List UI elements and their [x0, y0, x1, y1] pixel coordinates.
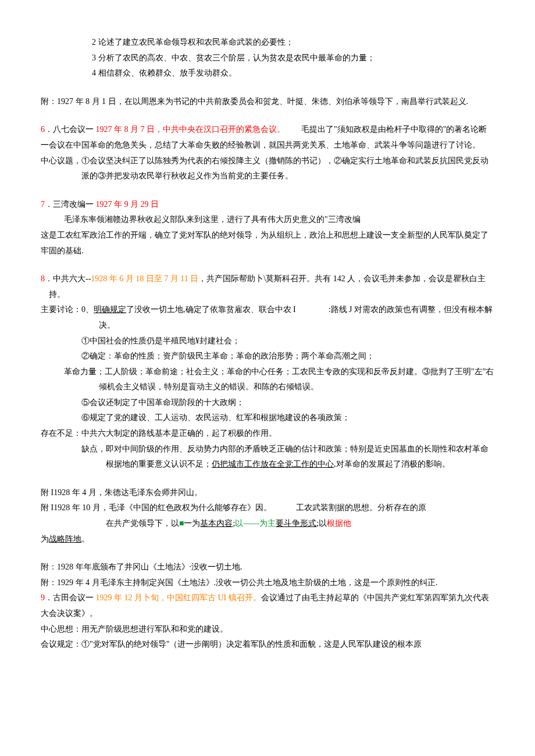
underline-text: 战略阵地 [49, 535, 81, 543]
paragraph: 中心议题，①会议坚决纠正了以陈独秀为代表的右倾投降主义（撤销陈的书记），②确定实… [41, 153, 494, 184]
section-8-heading: 8．中共六大--1928 年 6 月 18 日至 7 月 11 日，共产国际帮助… [41, 271, 494, 302]
underline-text: 基本内容 [200, 519, 233, 528]
highlight-text: 根据他 [327, 519, 351, 528]
note-paragraph: 附：1927 年 8 月 1 日，在以周恩来为书记的中共前敌委员会和贺龙、叶挺、… [41, 94, 494, 110]
text: ．中共六大-- [45, 274, 91, 283]
paragraph: 这是工农红军政治工作的开端，确立了党对军队的绝对领导，为从组织上，政治上和思想上… [41, 228, 494, 259]
note-paragraph: 为战略阵地。 [41, 532, 494, 547]
text: ．古田会议一 [45, 593, 96, 602]
section-number: 9 [41, 593, 45, 602]
paragraph: 毛泽东率领湘赣边界秋收起义部队来到这里，进行了具有伟大历史意义的"三湾改编 [41, 212, 494, 228]
list-item: 3 分析了农民的高农、中农、贫农三个阶层，认为贫农是农民中最革命的力量； [41, 51, 494, 66]
text: ．八七会议一 [45, 125, 96, 134]
text: 。 [81, 535, 90, 543]
underline-text: 要斗争形式 [276, 519, 316, 528]
discussion-item: ⑤会议还制定了中国革命现阶段的十大政纲； [41, 395, 494, 411]
text: ．三湾改编一 [45, 200, 96, 209]
section-number: 6 [41, 125, 45, 134]
discussion-item: ②确定：革命的性质；资产阶级民主革命；革命的政治形势；两个革命高潮之间； [41, 349, 494, 364]
discussion-item: ⑥规定了党的建设、工人运动、农民运动、红军和根据地建设的各项政策； [41, 410, 494, 426]
note-paragraph: 在共产党领导下，以■一为基本内容;以——为主要斗争形式;以根据他 [41, 516, 494, 532]
document-body: 2 论述了建立农民革命领导权和农民革命武装的必要性； 3 分析了农民的高农、中农… [41, 35, 494, 653]
list-item: 2 论述了建立农民革命领导权和农民革命武装的必要性； [41, 35, 494, 51]
underline-text: 明确规定 [94, 305, 126, 314]
text: 在共产党领导下，以 [106, 519, 179, 528]
paragraph: 中心思想：用无产阶级思想进行军队和和党的建设。 [41, 622, 494, 637]
text: ;以 [316, 519, 327, 528]
highlight-text: 1928 年 6 月 18 日至 7 月 11 日 [91, 274, 198, 283]
paragraph: 存在不足：中共六大制定的路线基本是正确的，起了积极的作用。 [41, 426, 494, 442]
list-item: 4 相信群众、依赖群众、放手发动群众。 [41, 66, 494, 81]
discussion-item: 主要讨论：0、明确规定了没收一切土地,确定了依靠贫雇农、联合中农 I :路线 J… [41, 302, 494, 333]
text: ,对革命的发展起了消极的影响。 [334, 460, 450, 468]
note-paragraph: 附 I1928 年 4 月，朱德达毛泽东会师井冈山。 [41, 485, 494, 501]
note-paragraph: 附：1928 年年底颁布了井冈山《土地法》·没收一切土地. [41, 560, 494, 575]
text: 为 [41, 535, 49, 543]
underline-text: 仍把城市工作放在全党工作的中心 [212, 460, 334, 468]
text: 主要讨论：0、 [41, 305, 94, 314]
text: 一为 [184, 519, 200, 528]
paragraph: 会议规定：①"党对军队的绝对领导"（进一步阐明）决定着军队的性质和面貌，这是人民… [41, 637, 494, 653]
text: 毛提出了"须知政权是由枪杆子中取得的"的著名论断 [285, 125, 487, 134]
paragraph: 一会议在中国革命的危急关头，总结了大革命失败的经验教训，就国共两党关系、土地革命… [41, 138, 494, 153]
highlight-text: 1927 年 8 月 7 日，中共中央在汉口召开的紧急会议。 [96, 125, 286, 134]
highlight-text: 以——为主 [235, 519, 276, 528]
text: 了没收一切土地,确定了依靠贫雇农、联合中农 I :路线 J 对需农的政策也有调整… [99, 305, 493, 329]
discussion-item: 革命力量；工人阶级；革命前途；社会主义；革命的中心任务；工农民主专政的实现和反帝… [41, 364, 494, 395]
highlight-text: 1929 年 12 月卜旬，中国红四军古 UI 镇召开。 [96, 593, 261, 602]
section-9-heading: 9．古田会议一 1929 年 12 月卜旬，中国红四军古 UI 镇召开。会议通过… [41, 590, 494, 621]
section-7-heading: 7．三湾改编一 1927 年 9 月 29 日 [41, 197, 494, 213]
section-number: 7 [41, 200, 45, 209]
note-paragraph: 附：1929 年 4 月毛泽东主持制定兴国《土地法》.没收一切公共土地及地主阶级… [41, 575, 494, 591]
section-number: 8 [41, 274, 45, 283]
section-6-heading: 6．八七会议一 1927 年 8 月 7 日，中共中央在汉口召开的紧急会议。 毛… [41, 122, 494, 138]
paragraph: 缺点，即对中间阶级的作用、反动势力内部的矛盾映乏正确的估计和政策；特别是近史国墓… [41, 442, 494, 472]
note-paragraph: 附 I1928 年 10 月，毛泽《中国的红色政权为什么能够存在》因。 工农武装… [41, 500, 494, 516]
discussion-item: ①中国社会的性质仍是半殖民地¥封建社会； [41, 334, 494, 349]
highlight-text: 1927 年 9 月 29 日 [96, 200, 159, 209]
